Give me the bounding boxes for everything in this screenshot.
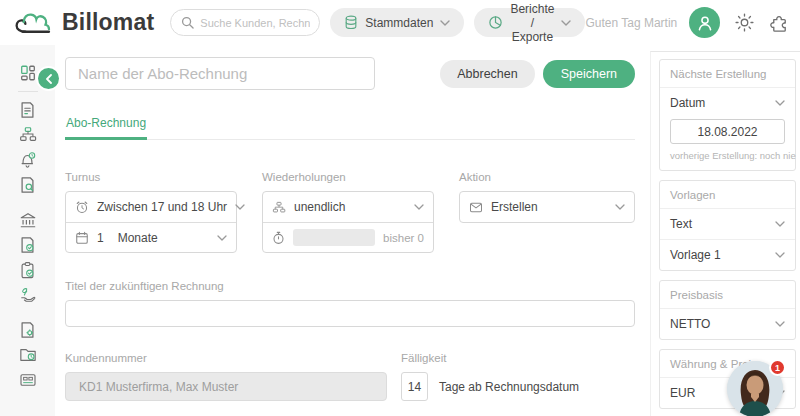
clipboard-check-icon xyxy=(19,261,36,279)
sidebar-item-banking[interactable] xyxy=(18,210,38,229)
envelope-icon xyxy=(469,202,483,213)
faelligkeit-suffix: Tage ab Rechnungsdatum xyxy=(439,380,579,394)
sidebar-item-estimates[interactable] xyxy=(18,175,38,194)
dashboard-icon xyxy=(19,64,37,82)
tab-abo-rechnung[interactable]: Abo-Rechnung xyxy=(65,116,147,140)
notification-badge[interactable]: 1 xyxy=(769,359,786,376)
turnus-time-select[interactable]: Zwischen 17 und 18 Uhr xyxy=(66,192,236,222)
search-icon xyxy=(181,16,194,29)
vorlagen-title: Vorlagen xyxy=(660,181,795,208)
vorherige-erstellung-caption: vorherige Erstellung: noch nie xyxy=(660,150,795,170)
kundennummer-value: KD1 Musterfirma, Max Muster xyxy=(65,372,387,401)
sidebar-item-orders[interactable] xyxy=(18,260,38,279)
user-greeting: Guten Tag Martin xyxy=(585,16,677,30)
turnus-label: Turnus xyxy=(65,171,237,183)
recurring-flow-icon xyxy=(19,126,37,143)
titel-block: Titel der zukünftigen Rechnung xyxy=(65,280,635,327)
sidebar-item-cash-register[interactable] xyxy=(18,370,38,389)
faelligkeit-label: Fälligkeit xyxy=(401,352,635,364)
document-gear-icon xyxy=(19,321,36,339)
recurring-flow-icon xyxy=(272,201,286,214)
naechste-erstellung-section: Nächste Erstellung Datum vorherige Erste… xyxy=(659,59,796,171)
settings-gear-icon[interactable] xyxy=(734,12,755,33)
left-sidebar xyxy=(0,45,55,416)
turnus-box: Zwischen 17 und 18 Uhr 1 xyxy=(65,191,237,253)
chevron-down-icon xyxy=(775,221,785,227)
wiederholungen-count-disabled-input xyxy=(293,229,375,246)
sidebar-collapse-button[interactable] xyxy=(38,68,59,89)
database-icon xyxy=(344,15,358,30)
sidebar-item-abo-invoices[interactable] xyxy=(18,125,38,144)
chevron-down-icon xyxy=(615,204,625,210)
wiederholungen-box: unendlich xyxy=(262,191,434,253)
chevron-down-icon xyxy=(235,204,245,210)
chevron-down-icon xyxy=(561,20,571,26)
search-input[interactable] xyxy=(200,17,310,29)
waehrung-value: EUR xyxy=(670,386,695,400)
preisbasis-select[interactable]: NETTO xyxy=(660,308,795,339)
wiederholungen-hint: bisher 0 xyxy=(383,232,424,244)
vorlagen-vorlage-select[interactable]: Vorlage 1 xyxy=(660,239,795,270)
kundennummer-label: Kundennummer xyxy=(65,352,387,364)
top-bar: Billomat Stammdaten xyxy=(0,0,800,45)
sidebar-item-dashboard[interactable] xyxy=(18,63,38,82)
support-widget: 1 xyxy=(727,361,783,416)
invoice-document-icon xyxy=(19,101,36,119)
aktion-group: Aktion Erstellen xyxy=(459,171,635,253)
sidebar-divider xyxy=(18,91,38,92)
sidebar-item-confirmations[interactable] xyxy=(18,235,38,254)
sidebar-item-reminders[interactable] xyxy=(18,150,38,169)
turnus-unit-value: Monate xyxy=(118,231,158,245)
aktion-select[interactable]: Erstellen xyxy=(460,192,634,222)
stopwatch-icon xyxy=(272,231,285,245)
titel-label: Titel der zukünftigen Rechnung xyxy=(65,280,635,292)
erstellung-mode-select[interactable]: Datum xyxy=(660,87,795,118)
titel-input[interactable] xyxy=(65,300,635,327)
berichte-label: Berichte / Exporte xyxy=(510,2,554,44)
kundennummer-group: Kundennummer KD1 Musterfirma, Max Muster xyxy=(65,352,387,401)
schedule-row: Turnus Zwischen 17 und 18 Uhr xyxy=(65,171,635,253)
puzzle-apps-icon[interactable] xyxy=(769,12,790,33)
cancel-button[interactable]: Abbrechen xyxy=(440,60,534,88)
vorlagen-text-value: Text xyxy=(670,217,692,231)
stammdaten-button[interactable]: Stammdaten xyxy=(330,8,464,37)
sidebar-item-invoices[interactable] xyxy=(18,100,38,119)
sidebar-item-delivery-notes[interactable] xyxy=(18,285,38,304)
wiederholungen-group: Wiederholungen unendlich xyxy=(262,171,434,253)
main-content: Abbrechen Speichern Abo-Rechnung Turnus xyxy=(55,45,650,416)
abo-name-input[interactable] xyxy=(65,57,375,90)
vorlagen-text-select[interactable]: Text xyxy=(660,208,795,239)
brand-name: Billomat xyxy=(62,9,154,36)
naechste-erstellung-title: Nächste Erstellung xyxy=(660,60,795,87)
wiederholungen-count-row: bisher 0 xyxy=(263,222,433,252)
sidebar-item-archive[interactable] xyxy=(18,345,38,364)
tab-bar: Abo-Rechnung xyxy=(65,113,635,140)
billomat-logo[interactable]: Billomat xyxy=(14,9,154,37)
wiederholungen-mode-select[interactable]: unendlich xyxy=(263,192,433,222)
folder-clock-icon xyxy=(19,346,37,363)
cash-register-icon xyxy=(19,373,37,387)
document-check-icon xyxy=(19,236,36,254)
sidebar-item-templates[interactable] xyxy=(18,320,38,339)
reminder-bell-icon xyxy=(19,151,36,169)
turnus-group: Turnus Zwischen 17 und 18 Uhr xyxy=(65,171,237,253)
chevron-down-icon xyxy=(440,20,450,26)
cloud-logo-icon xyxy=(14,9,56,37)
vorlagen-vorlage-value: Vorlage 1 xyxy=(670,248,721,262)
erstellung-date-input[interactable] xyxy=(670,119,785,144)
berichte-exporte-button[interactable]: Berichte / Exporte xyxy=(474,8,585,37)
wiederholungen-label: Wiederholungen xyxy=(262,171,434,183)
preisbasis-value: NETTO xyxy=(670,317,710,331)
stammdaten-label: Stammdaten xyxy=(365,16,433,30)
calendar-icon xyxy=(75,231,89,245)
turnus-interval-select[interactable]: 1 Monate xyxy=(66,222,236,252)
save-button[interactable]: Speichern xyxy=(543,60,635,88)
aktion-value: Erstellen xyxy=(491,200,538,214)
hand-leaf-icon xyxy=(19,286,37,304)
global-search[interactable] xyxy=(170,9,320,36)
person-icon xyxy=(696,14,714,32)
user-avatar[interactable] xyxy=(689,7,720,38)
faelligkeit-days-input[interactable]: 14 xyxy=(401,372,428,401)
customer-due-row: Kundennummer KD1 Musterfirma, Max Muster… xyxy=(65,352,635,401)
turnus-time-value: Zwischen 17 und 18 Uhr xyxy=(97,200,227,214)
